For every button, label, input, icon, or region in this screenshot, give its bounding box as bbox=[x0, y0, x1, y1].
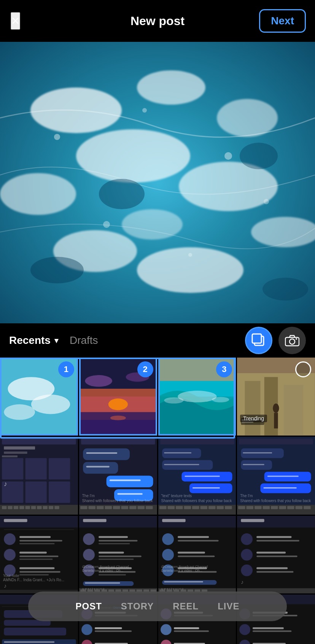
svg-rect-46 bbox=[245, 381, 261, 435]
svg-rect-249 bbox=[95, 627, 122, 629]
notification-text: The I'mShared with followers that you fo… bbox=[82, 493, 154, 503]
svg-point-20 bbox=[262, 278, 308, 301]
next-button[interactable]: Next bbox=[259, 9, 306, 33]
svg-rect-212 bbox=[256, 552, 286, 553]
svg-rect-66 bbox=[8, 506, 12, 509]
svg-rect-87 bbox=[80, 506, 87, 509]
svg-rect-133 bbox=[287, 506, 294, 509]
photo-cell-11[interactable]: @Creators Broadcast ChannelDaniela sent … bbox=[158, 516, 236, 594]
svg-rect-105 bbox=[192, 487, 220, 488]
svg-rect-127 bbox=[238, 506, 245, 509]
channel-text: @Creators Broadcast ChannelDaniela sent … bbox=[82, 565, 154, 572]
svg-point-35 bbox=[110, 416, 126, 420]
svg-rect-112 bbox=[200, 506, 207, 509]
svg-rect-74 bbox=[54, 506, 59, 509]
svg-rect-50 bbox=[274, 413, 278, 428]
svg-point-15 bbox=[103, 221, 110, 228]
svg-rect-191 bbox=[178, 555, 215, 557]
svg-rect-63 bbox=[49, 481, 70, 502]
photo-cell-4[interactable]: Trending bbox=[237, 358, 315, 436]
svg-rect-168 bbox=[99, 574, 126, 575]
post-tab-reel[interactable]: REEL bbox=[173, 601, 199, 612]
svg-rect-83 bbox=[86, 466, 109, 467]
main-preview-image bbox=[0, 42, 315, 323]
svg-rect-147 bbox=[19, 558, 52, 560]
svg-point-18 bbox=[240, 143, 278, 169]
keyboard-row: q w e r t y u i o p bbox=[82, 587, 154, 590]
svg-rect-302 bbox=[253, 630, 291, 632]
svg-point-40 bbox=[178, 391, 216, 402]
svg-rect-135 bbox=[304, 506, 310, 509]
svg-rect-188 bbox=[178, 540, 218, 541]
svg-rect-108 bbox=[167, 506, 174, 509]
svg-rect-82 bbox=[86, 452, 117, 454]
camera-icon bbox=[285, 334, 299, 347]
svg-rect-215 bbox=[256, 567, 288, 569]
photo-cell-1[interactable]: 1 bbox=[0, 358, 78, 436]
svg-rect-97 bbox=[160, 439, 234, 444]
svg-point-161 bbox=[83, 549, 95, 561]
svg-rect-67 bbox=[14, 506, 18, 509]
photo-cell-5[interactable]: ♪ bbox=[0, 437, 78, 515]
recents-label: Recents bbox=[9, 334, 51, 347]
svg-rect-123 bbox=[243, 464, 264, 465]
svg-point-211 bbox=[241, 549, 253, 561]
photo-cell-7[interactable]: "text" texture textsShared with follower… bbox=[158, 437, 236, 515]
svg-point-36 bbox=[85, 375, 112, 387]
keyboard-row-2: q w e r t y u i o p bbox=[161, 587, 233, 590]
close-button[interactable]: × bbox=[11, 12, 20, 30]
svg-rect-142 bbox=[19, 540, 62, 541]
svg-rect-145 bbox=[19, 552, 47, 553]
svg-point-208 bbox=[241, 533, 253, 545]
svg-rect-22 bbox=[252, 334, 261, 343]
svg-point-24 bbox=[290, 339, 295, 344]
svg-rect-125 bbox=[264, 487, 297, 488]
svg-rect-187 bbox=[178, 536, 209, 538]
svg-rect-274 bbox=[173, 627, 199, 629]
svg-rect-113 bbox=[208, 506, 215, 509]
svg-rect-195 bbox=[162, 580, 216, 584]
post-tab-post[interactable]: POST bbox=[75, 601, 102, 612]
svg-rect-73 bbox=[49, 506, 53, 509]
svg-rect-224 bbox=[4, 628, 66, 635]
svg-rect-59 bbox=[25, 458, 47, 479]
svg-point-144 bbox=[4, 549, 16, 561]
svg-rect-162 bbox=[99, 552, 124, 553]
camera-button[interactable] bbox=[278, 327, 306, 354]
photo-cell-8[interactable]: The I'mShared with followers that you fo… bbox=[237, 437, 315, 515]
svg-point-49 bbox=[273, 404, 279, 413]
selection-circle-4 bbox=[295, 361, 311, 377]
recents-button[interactable]: Recents ▾ bbox=[9, 334, 58, 347]
svg-rect-209 bbox=[256, 536, 291, 538]
post-tab-bar: POST STORY REEL LIVE bbox=[28, 592, 287, 621]
photo-cell-9[interactable]: ♪ Your noteAMNDs F... India Grant... +Ju… bbox=[0, 516, 78, 594]
svg-point-189 bbox=[162, 549, 174, 561]
svg-rect-275 bbox=[173, 630, 208, 632]
photo-cell-10[interactable]: @Creators Broadcast ChannelDaniela sent … bbox=[79, 516, 157, 594]
svg-text:♪: ♪ bbox=[241, 579, 243, 585]
svg-rect-107 bbox=[159, 506, 166, 509]
header: × New post Next bbox=[0, 0, 315, 42]
svg-rect-80 bbox=[106, 475, 153, 487]
svg-rect-115 bbox=[225, 506, 232, 509]
photo-cell-6[interactable]: The I'mShared with followers that you fo… bbox=[79, 437, 157, 515]
multi-select-button[interactable] bbox=[245, 327, 272, 354]
svg-rect-104 bbox=[185, 475, 220, 477]
drafts-button[interactable]: Drafts bbox=[70, 334, 98, 347]
svg-rect-62 bbox=[25, 481, 47, 502]
svg-rect-190 bbox=[178, 552, 205, 553]
svg-rect-68 bbox=[19, 506, 24, 509]
post-tab-story[interactable]: STORY bbox=[121, 601, 154, 612]
svg-rect-158 bbox=[99, 536, 128, 538]
svg-rect-57 bbox=[4, 452, 27, 454]
photo-cell-3[interactable]: 3 bbox=[158, 358, 236, 436]
svg-rect-226 bbox=[4, 641, 54, 643]
photo-cell-12[interactable]: ♪ bbox=[237, 516, 315, 594]
music-icon: ♪ bbox=[4, 480, 7, 488]
svg-rect-90 bbox=[105, 506, 111, 509]
photo-cell-2[interactable]: 2 bbox=[79, 358, 157, 436]
svg-point-214 bbox=[241, 564, 253, 576]
svg-rect-34 bbox=[79, 412, 157, 435]
svg-rect-163 bbox=[99, 555, 142, 557]
post-tab-live[interactable]: LIVE bbox=[218, 601, 239, 612]
